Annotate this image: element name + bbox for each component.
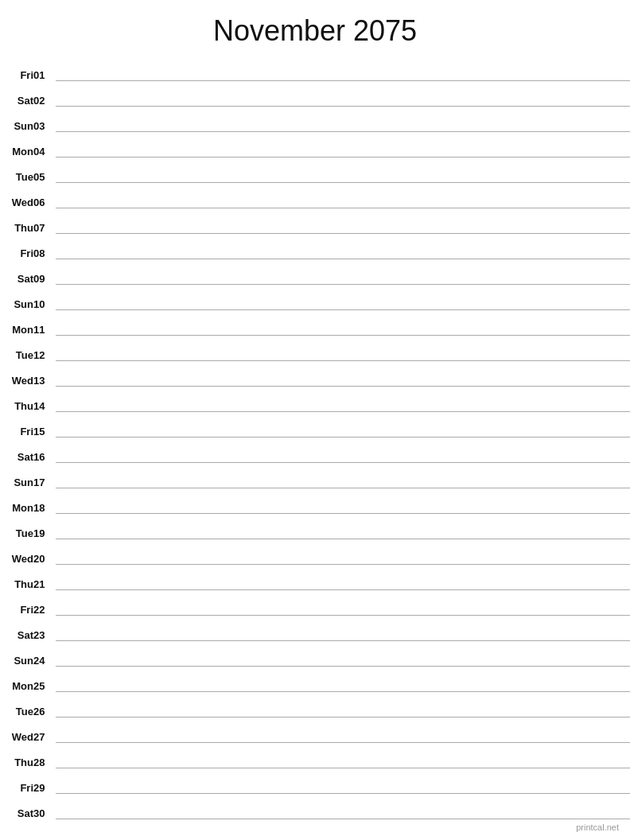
day-line bbox=[56, 234, 630, 259]
calendar-row: Sat23 bbox=[0, 616, 630, 641]
calendar-row: Fri22 bbox=[0, 590, 630, 616]
day-number: 22 bbox=[33, 590, 56, 616]
day-number: 13 bbox=[33, 361, 56, 387]
day-number: 05 bbox=[33, 158, 56, 183]
calendar-row: Mon11 bbox=[0, 310, 630, 336]
calendar-row: Wed13 bbox=[0, 361, 630, 387]
day-name: Sun bbox=[0, 641, 33, 667]
day-number: 16 bbox=[33, 438, 56, 463]
calendar-row: Tue12 bbox=[0, 336, 630, 361]
day-line bbox=[56, 158, 630, 183]
day-name: Fri bbox=[0, 590, 33, 616]
day-number: 02 bbox=[33, 81, 56, 107]
day-line bbox=[56, 259, 630, 285]
day-number: 27 bbox=[33, 718, 56, 743]
day-number: 06 bbox=[33, 183, 56, 208]
day-number: 18 bbox=[33, 488, 56, 514]
day-name: Thu bbox=[0, 208, 33, 234]
day-line bbox=[56, 285, 630, 310]
page-title: November 2075 bbox=[0, 0, 630, 56]
day-name: Sat bbox=[0, 794, 33, 819]
day-line bbox=[56, 107, 630, 132]
day-number: 10 bbox=[33, 285, 56, 310]
day-name: Sun bbox=[0, 285, 33, 310]
day-line bbox=[56, 412, 630, 438]
calendar-row: Thu21 bbox=[0, 565, 630, 590]
day-number: 15 bbox=[33, 412, 56, 438]
day-number: 01 bbox=[33, 56, 56, 81]
calendar-row: Wed20 bbox=[0, 539, 630, 565]
calendar-row: Fri01 bbox=[0, 56, 630, 81]
calendar-row: Sat02 bbox=[0, 81, 630, 107]
calendar-row: Sun17 bbox=[0, 463, 630, 488]
day-name: Tue bbox=[0, 336, 33, 361]
day-name: Mon bbox=[0, 132, 33, 158]
calendar-row: Sat30 bbox=[0, 794, 630, 819]
day-line bbox=[56, 718, 630, 743]
day-number: 09 bbox=[33, 259, 56, 285]
calendar-table: Fri01Sat02Sun03Mon04Tue05Wed06Thu07Fri08… bbox=[0, 56, 630, 819]
calendar-row: Sun24 bbox=[0, 641, 630, 667]
day-name: Thu bbox=[0, 565, 33, 590]
day-line bbox=[56, 667, 630, 692]
calendar-row: Fri15 bbox=[0, 412, 630, 438]
calendar-row: Mon18 bbox=[0, 488, 630, 514]
day-name: Wed bbox=[0, 718, 33, 743]
calendar-row: Tue05 bbox=[0, 158, 630, 183]
day-line bbox=[56, 616, 630, 641]
calendar-row: Mon25 bbox=[0, 667, 630, 692]
day-name: Wed bbox=[0, 183, 33, 208]
day-line bbox=[56, 514, 630, 539]
day-line bbox=[56, 463, 630, 488]
day-line bbox=[56, 81, 630, 107]
calendar-row: Sun03 bbox=[0, 107, 630, 132]
day-line bbox=[56, 361, 630, 387]
day-name: Sun bbox=[0, 107, 33, 132]
day-name: Sat bbox=[0, 438, 33, 463]
day-number: 26 bbox=[33, 692, 56, 718]
day-name: Sat bbox=[0, 259, 33, 285]
day-number: 30 bbox=[33, 794, 56, 819]
day-name: Fri bbox=[0, 56, 33, 81]
day-name: Wed bbox=[0, 539, 33, 565]
calendar-row: Thu28 bbox=[0, 743, 630, 768]
calendar-row: Thu14 bbox=[0, 387, 630, 412]
day-number: 28 bbox=[33, 743, 56, 768]
day-line bbox=[56, 590, 630, 616]
day-number: 29 bbox=[33, 768, 56, 794]
day-number: 20 bbox=[33, 539, 56, 565]
calendar-row: Sun10 bbox=[0, 285, 630, 310]
day-line bbox=[56, 438, 630, 463]
day-name: Fri bbox=[0, 412, 33, 438]
day-line bbox=[56, 539, 630, 565]
day-line bbox=[56, 310, 630, 336]
day-name: Wed bbox=[0, 361, 33, 387]
calendar-row: Fri29 bbox=[0, 768, 630, 794]
day-number: 19 bbox=[33, 514, 56, 539]
day-line bbox=[56, 768, 630, 794]
day-number: 23 bbox=[33, 616, 56, 641]
day-name: Tue bbox=[0, 514, 33, 539]
day-line bbox=[56, 208, 630, 234]
day-name: Mon bbox=[0, 310, 33, 336]
day-line bbox=[56, 565, 630, 590]
calendar-row: Thu07 bbox=[0, 208, 630, 234]
day-line bbox=[56, 132, 630, 158]
day-line bbox=[56, 336, 630, 361]
footer-text: printcal.net bbox=[576, 822, 619, 832]
calendar-row: Mon04 bbox=[0, 132, 630, 158]
calendar-row: Tue19 bbox=[0, 514, 630, 539]
day-number: 08 bbox=[33, 234, 56, 259]
day-line bbox=[56, 794, 630, 819]
calendar-row: Wed06 bbox=[0, 183, 630, 208]
day-line bbox=[56, 56, 630, 81]
day-number: 12 bbox=[33, 336, 56, 361]
day-name: Thu bbox=[0, 387, 33, 412]
calendar-row: Sat09 bbox=[0, 259, 630, 285]
day-line bbox=[56, 488, 630, 514]
day-name: Sat bbox=[0, 81, 33, 107]
day-line bbox=[56, 387, 630, 412]
day-name: Sat bbox=[0, 616, 33, 641]
day-name: Tue bbox=[0, 692, 33, 718]
day-number: 24 bbox=[33, 641, 56, 667]
